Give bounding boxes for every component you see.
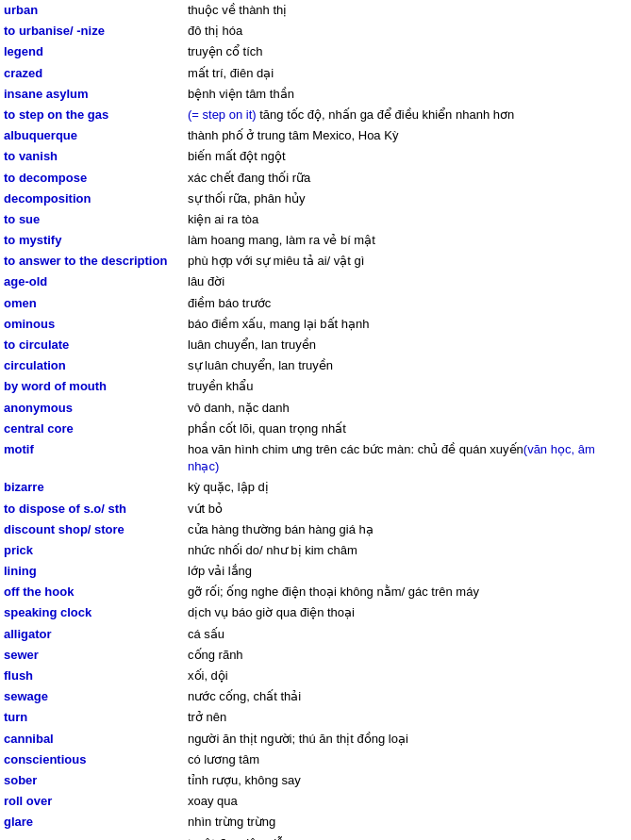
- table-row: anonymousvô danh, nặc danh: [0, 398, 631, 419]
- definition-cell: xác chết đang thối rữa: [184, 168, 631, 189]
- definition-cell: vứt bỏ: [184, 499, 631, 519]
- term-cell: to mystify: [0, 230, 184, 251]
- definition-cell: biến mất đột ngột: [184, 146, 631, 167]
- term-cell: sewage: [0, 686, 184, 707]
- term-cell: circulation: [0, 355, 184, 376]
- term-cell: to answer to the description: [0, 251, 184, 272]
- definition-cell: kỳ quặc, lập dị: [184, 477, 631, 498]
- term-cell: motif: [0, 439, 184, 477]
- definition-cell: truyền khẩu: [184, 376, 631, 397]
- definition-cell: có lương tâm: [184, 749, 631, 770]
- definition-cell: thành phố ở trung tâm Mexico, Hoa Kỳ: [184, 125, 631, 146]
- definition-cell: bệnh viện tâm thần: [184, 84, 631, 105]
- term-cell: to dispose of s.o/ sth: [0, 499, 184, 519]
- term-cell: albuquerque: [0, 125, 184, 146]
- term-cell: ominous: [0, 314, 184, 335]
- table-row: to dispose of s.o/ sthvứt bỏ: [0, 499, 631, 519]
- table-row: flushxối, dội: [0, 666, 631, 686]
- definition-cell: sự luân chuyển, lan truyền: [184, 355, 631, 376]
- definition-cell: lâu đời: [184, 272, 631, 292]
- table-row: motifhoa văn hình chim ưng trên các bức …: [0, 439, 631, 477]
- definition-cell: cửa hàng thường bán hàng giá hạ: [184, 519, 631, 540]
- table-row: to circulateluân chuyển, lan truyền: [0, 335, 631, 355]
- table-row: discount shop/ storecửa hàng thường bán …: [0, 519, 631, 540]
- term-cell: sewer: [0, 645, 184, 666]
- term-cell: alligator: [0, 624, 184, 645]
- term-cell: to vanish: [0, 146, 184, 167]
- table-row: sobertỉnh rượu, không say: [0, 770, 631, 791]
- table-row: by word of mouthtruyền khẩu: [0, 376, 631, 397]
- definition-cell: làm hoang mang, làm ra vẻ bí mật: [184, 230, 631, 251]
- table-row: turntrở nên: [0, 707, 631, 728]
- term-cell: conscientious: [0, 749, 184, 770]
- definition-cell: luân chuyển, lan truyền: [184, 335, 631, 355]
- table-row: to step on the gas(= step on it) tăng tố…: [0, 105, 631, 125]
- term-cell: speaking clock: [0, 602, 184, 623]
- definition-cell: điềm báo trước: [184, 293, 631, 314]
- table-row: legendtruyện cổ tích: [0, 41, 631, 62]
- term-cell: omen: [0, 293, 184, 314]
- definition-cell: hoa văn hình chim ưng trên các bức màn: …: [184, 439, 631, 477]
- term-cell: anonymous: [0, 398, 184, 419]
- definition-cell: báo điềm xấu, mang lại bất hạnh: [184, 314, 631, 335]
- definition-cell: sự thối rữa, phân hủy: [184, 189, 631, 209]
- definition-cell: kiện ai ra tòa: [184, 209, 631, 230]
- table-row: bizarrekỳ quặc, lập dị: [0, 477, 631, 498]
- definition-cell: tuyệt đẹp, lộng lẫy: [184, 833, 631, 841]
- term-cell: off the hook: [0, 582, 184, 602]
- term-cell: to sue: [0, 209, 184, 230]
- table-row: conscientiouscó lương tâm: [0, 749, 631, 770]
- table-row: age-oldlâu đời: [0, 272, 631, 292]
- table-row: albuquerquethành phố ở trung tâm Mexico,…: [0, 125, 631, 146]
- definition-cell: người ăn thịt người; thú ăn thịt đồng lo…: [184, 729, 631, 749]
- table-row: alligatorcá sấu: [0, 624, 631, 645]
- definition-cell: đô thị hóa: [184, 21, 631, 41]
- definition-cell: phù hợp với sự miêu tả ai/ vật gì: [184, 251, 631, 272]
- term-cell: legend: [0, 41, 184, 62]
- term-cell: by word of mouth: [0, 376, 184, 397]
- definition-cell: nhức nhối do/ như bị kim châm: [184, 540, 631, 561]
- table-row: central corephần cốt lõi, quan trọng nhấ…: [0, 419, 631, 439]
- definition-cell: gỡ rối; ống nghe điện thoại không nằm/ g…: [184, 582, 631, 602]
- definition-cell: (= step on it) tăng tốc độ, nhấn ga để đ…: [184, 105, 631, 125]
- table-row: to answer to the descriptionphù hợp với …: [0, 251, 631, 272]
- table-row: off the hookgỡ rối; ống nghe điện thoại …: [0, 582, 631, 602]
- table-row: gorgeoustuyệt đẹp, lộng lẫy: [0, 833, 631, 841]
- table-row: omenđiềm báo trước: [0, 293, 631, 314]
- table-row: to decomposexác chết đang thối rữa: [0, 168, 631, 189]
- term-cell: crazed: [0, 63, 184, 84]
- term-cell: to decompose: [0, 168, 184, 189]
- term-cell: prick: [0, 540, 184, 561]
- table-row: urbanthuộc về thành thị: [0, 0, 631, 21]
- term-cell: age-old: [0, 272, 184, 292]
- definition-cell: nhìn trừng trừng: [184, 812, 631, 832]
- table-row: pricknhức nhối do/ như bị kim châm: [0, 540, 631, 561]
- term-cell: lining: [0, 561, 184, 582]
- table-row: decompositionsự thối rữa, phân hủy: [0, 189, 631, 209]
- definition-cell: xối, dội: [184, 666, 631, 686]
- table-row: crazedmất trí, điên dại: [0, 63, 631, 84]
- definition-cell: lớp vải lắng: [184, 561, 631, 582]
- table-row: sewercống rãnh: [0, 645, 631, 666]
- table-row: circulationsự luân chuyển, lan truyền: [0, 355, 631, 376]
- table-row: lininglớp vải lắng: [0, 561, 631, 582]
- term-cell: insane asylum: [0, 84, 184, 105]
- term-cell: roll over: [0, 791, 184, 812]
- definition-cell: nước cống, chất thải: [184, 686, 631, 707]
- term-cell: decomposition: [0, 189, 184, 209]
- term-cell: gorgeous: [0, 833, 184, 841]
- definition-cell: vô danh, nặc danh: [184, 398, 631, 419]
- table-row: speaking clockdịch vụ báo giờ qua điện t…: [0, 602, 631, 623]
- table-row: to urbanise/ -nizeđô thị hóa: [0, 21, 631, 41]
- term-cell: discount shop/ store: [0, 519, 184, 540]
- definition-cell: cá sấu: [184, 624, 631, 645]
- term-cell: sober: [0, 770, 184, 791]
- term-cell: turn: [0, 707, 184, 728]
- table-row: glarenhìn trừng trừng: [0, 812, 631, 832]
- definition-cell: thuộc về thành thị: [184, 0, 631, 21]
- vocabulary-table: urbanthuộc về thành thịto urbanise/ -niz…: [0, 0, 631, 840]
- definition-cell: mất trí, điên dại: [184, 63, 631, 84]
- term-cell: glare: [0, 812, 184, 832]
- table-row: sewagenước cống, chất thải: [0, 686, 631, 707]
- table-row: to mystifylàm hoang mang, làm ra vẻ bí m…: [0, 230, 631, 251]
